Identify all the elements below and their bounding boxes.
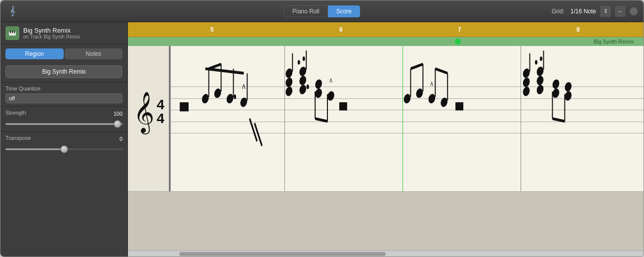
record-btn[interactable] <box>630 7 638 15</box>
svg-point-33 <box>327 90 335 102</box>
svg-point-30 <box>315 87 322 99</box>
svg-text:^: ^ <box>329 76 332 88</box>
main-content: Big Synth Remix on Track Big Synth Remix… <box>0 22 644 257</box>
beat-8: 8 <box>576 26 580 33</box>
transpose-section: Transpose 0 <box>0 131 127 157</box>
strength-value: 100 <box>114 111 122 117</box>
svg-point-38 <box>403 92 411 104</box>
strength-slider-container[interactable] <box>5 120 122 128</box>
svg-point-5 <box>201 92 209 104</box>
sidebar-header: Big Synth Remix on Track Big Synth Remix <box>0 22 127 44</box>
bottom-area <box>128 191 644 251</box>
expand-btn[interactable]: ↔ <box>615 6 626 17</box>
transpose-label: Transpose <box>5 135 31 141</box>
scrollbar-thumb[interactable] <box>179 252 386 256</box>
svg-point-61 <box>552 78 560 90</box>
svg-point-10 <box>226 92 234 104</box>
timeline-green-bar: Big Synth Remix <box>128 37 644 46</box>
svg-line-17 <box>250 119 257 141</box>
svg-point-19 <box>285 86 293 97</box>
svg-rect-2 <box>12 31 13 33</box>
timeline-bar: 5 6 7 8 <box>128 22 644 37</box>
svg-rect-3 <box>14 31 15 33</box>
transpose-slider-fill <box>5 149 64 150</box>
piano-roll-tab[interactable]: Piano Roll <box>284 5 328 17</box>
svg-point-46 <box>440 96 448 108</box>
svg-point-11 <box>234 94 236 99</box>
scrollbar-area[interactable] <box>128 251 644 257</box>
svg-point-27 <box>298 60 300 64</box>
notes-area[interactable]: ^ <box>171 46 644 191</box>
strength-section: Strength 100 <box>0 106 127 131</box>
svg-point-28 <box>303 56 305 61</box>
track-info: Big Synth Remix on Track Big Synth Remix <box>23 27 80 40</box>
svg-point-24 <box>299 75 307 86</box>
svg-point-58 <box>540 56 542 61</box>
playhead-marker <box>455 39 461 44</box>
svg-point-60 <box>552 87 560 99</box>
svg-line-42 <box>410 64 423 69</box>
svg-rect-1 <box>10 31 11 33</box>
time-quantize-section: Time Quantize off <box>0 82 127 106</box>
sidebar: Big Synth Remix on Track Big Synth Remix… <box>0 22 128 257</box>
toolbar-right: Grid: 1/16 Note ⇕ ↔ <box>552 6 638 17</box>
svg-point-54 <box>536 84 544 95</box>
svg-point-7 <box>214 87 222 99</box>
svg-text:^: ^ <box>242 82 245 96</box>
svg-point-50 <box>523 86 530 97</box>
notation-row: 𝄞 4 4 <box>128 46 644 191</box>
transpose-slider-container[interactable] <box>5 145 122 154</box>
treble-clef-icon: 𝄞 <box>133 94 155 129</box>
svg-point-51 <box>523 76 530 88</box>
strength-label: Strength <box>5 110 26 116</box>
score-content: 5 6 7 8 Big Synth Remix 𝄞 <box>128 22 644 257</box>
strength-slider-thumb[interactable] <box>114 120 121 128</box>
track-icon <box>5 26 19 40</box>
svg-point-57 <box>535 60 537 64</box>
beat-5: 5 <box>210 26 214 33</box>
notes-tab[interactable]: Notes <box>65 48 123 59</box>
svg-point-21 <box>285 67 293 79</box>
svg-line-16 <box>205 69 244 73</box>
strength-slider-fill <box>5 124 122 125</box>
clef-area: 𝄞 4 4 <box>128 46 171 191</box>
score-tab[interactable]: Score <box>328 5 360 17</box>
sidebar-tab-row: Region Notes <box>5 48 122 59</box>
svg-point-40 <box>415 87 423 99</box>
music-notation-svg: ^ <box>171 46 644 191</box>
region-name-box[interactable]: Big Synth Remix <box>5 65 122 78</box>
beat-6: 6 <box>339 26 343 33</box>
svg-line-66 <box>553 119 565 122</box>
svg-point-63 <box>564 90 572 102</box>
transpose-slider-thumb[interactable] <box>60 145 68 153</box>
timeline-container: 5 6 7 8 Big Synth Remix <box>128 22 644 46</box>
grid-up-down-btn[interactable]: ⇕ <box>600 6 611 17</box>
svg-text:^: ^ <box>431 80 434 92</box>
svg-rect-4 <box>180 102 189 111</box>
svg-point-23 <box>299 84 307 95</box>
svg-point-26 <box>299 65 307 77</box>
toolbar: 𝄞 Piano Roll Score Grid: 1/16 Note ⇕ ↔ <box>0 0 644 22</box>
track-name: Big Synth Remix <box>23 27 80 34</box>
transpose-value: 0 <box>120 136 122 142</box>
time-quantize-select[interactable]: off <box>5 93 122 103</box>
region-tab[interactable]: Region <box>5 48 64 59</box>
app-window: 𝄞 Piano Roll Score Grid: 1/16 Note ⇕ ↔ <box>0 0 644 257</box>
grid-label: Grid: <box>552 8 564 15</box>
svg-point-31 <box>315 78 322 90</box>
grid-value: 1/16 Note <box>570 8 596 15</box>
svg-rect-37 <box>339 102 347 111</box>
svg-point-43 <box>428 92 436 104</box>
track-subtitle: on Track Big Synth Remix <box>23 34 80 40</box>
region-label-timeline: Big Synth Remix <box>594 39 634 44</box>
svg-point-56 <box>536 65 544 77</box>
svg-line-48 <box>435 69 447 73</box>
notation-area: 𝄞 4 4 <box>128 46 644 257</box>
time-signature: 4 4 <box>157 98 164 126</box>
svg-point-20 <box>285 76 293 88</box>
svg-point-25 <box>307 85 309 89</box>
svg-line-18 <box>254 123 262 146</box>
svg-line-36 <box>315 119 327 122</box>
svg-rect-49 <box>455 102 463 111</box>
time-quantize-label: Time Quantize <box>5 86 122 91</box>
